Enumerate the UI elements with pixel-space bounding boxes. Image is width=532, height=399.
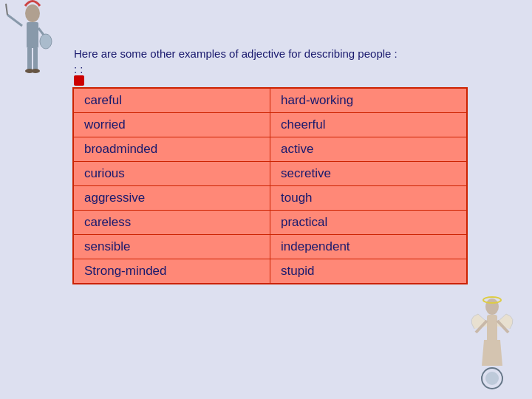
cell-left-6: sensible — [73, 235, 270, 259]
right-figure — [460, 296, 525, 392]
cell-right-2: active — [270, 137, 468, 162]
left-figure — [0, 0, 65, 96]
svg-rect-1 — [27, 22, 38, 48]
cell-left-1: worried — [73, 113, 270, 137]
cell-right-4: tough — [270, 186, 468, 211]
page: Here are some other examples of adjectiv… — [0, 0, 532, 399]
cell-left-7: Strong-minded — [73, 259, 270, 284]
table-row: broadmindedactive — [73, 137, 467, 162]
table-row: sensibleindependent — [73, 235, 467, 259]
header-line2: : : — [74, 61, 398, 77]
header-description: Here are some other examples of adjectiv… — [74, 46, 398, 77]
table-row: carefulhard-working — [73, 88, 467, 113]
svg-point-9 — [40, 34, 52, 49]
cell-right-1: cheerful — [270, 113, 468, 137]
cell-left-2: broadminded — [73, 137, 270, 162]
svg-line-3 — [6, 4, 7, 15]
adjectives-table: carefulhard-workingworriedcheerfulbroadm… — [72, 87, 468, 284]
cell-left-4: aggressive — [73, 186, 270, 211]
table-row: aggressivetough — [73, 186, 467, 211]
table-row: Strong-mindedstupid — [73, 259, 467, 284]
cell-right-6: independent — [270, 235, 468, 259]
svg-point-8 — [31, 69, 40, 73]
svg-point-0 — [25, 4, 40, 22]
svg-rect-6 — [33, 48, 38, 70]
adjectives-table-wrapper: carefulhard-workingworriedcheerfulbroadm… — [72, 87, 468, 284]
cell-left-5: careless — [73, 211, 270, 235]
table-row: worriedcheerful — [73, 113, 467, 137]
svg-point-10 — [485, 299, 499, 315]
cell-right-3: secretive — [270, 162, 468, 186]
header-line1: Here are some other examples of adjectiv… — [74, 46, 398, 61]
cell-right-0: hard-working — [270, 88, 468, 113]
cell-right-5: practical — [270, 211, 468, 235]
cell-left-0: careful — [73, 88, 270, 113]
table-row: carelesspractical — [73, 211, 467, 235]
svg-point-16 — [485, 372, 499, 385]
svg-rect-5 — [27, 48, 32, 70]
table-row: curioussecretive — [73, 162, 467, 186]
svg-line-2 — [7, 15, 22, 26]
svg-rect-11 — [487, 315, 497, 343]
cell-left-3: curious — [73, 162, 270, 186]
bullet-icon — [74, 75, 84, 86]
cell-right-7: stupid — [270, 259, 468, 284]
